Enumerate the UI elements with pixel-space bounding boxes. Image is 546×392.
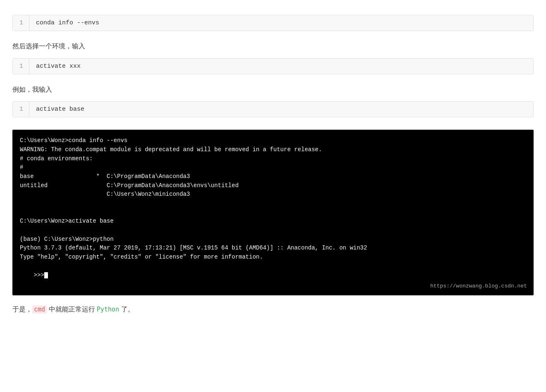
terminal-line-8 xyxy=(20,199,526,208)
prose-text-2: 例如，我输入 xyxy=(12,84,534,95)
terminal-line-12: (base) C:\Users\Wonz>python xyxy=(20,235,526,244)
python-highlight: Python xyxy=(97,306,119,313)
bottom-middle: 中就能正常运行 xyxy=(47,306,97,313)
code-text-1: conda info --envs xyxy=(29,15,533,31)
terminal-line-6: untitled C:\ProgramData\Anaconda3\envs\u… xyxy=(20,181,526,190)
code-block-3: 1 activate base xyxy=(12,101,534,117)
cmd-highlight: cmd xyxy=(32,305,47,314)
line-number-3: 1 xyxy=(13,102,29,117)
line-number-2: 1 xyxy=(13,59,29,74)
terminal-line-11 xyxy=(20,226,526,235)
terminal-line-7: C:\Users\Wonz\miniconda3 xyxy=(20,190,526,199)
code-text-2: activate xxx xyxy=(29,59,533,74)
terminal-line-13: Python 3.7.3 (default, Mar 27 2019, 17:1… xyxy=(20,244,526,253)
terminal-line-14: Type "help", "copyright", "credits" or "… xyxy=(20,253,526,262)
terminal-line-2: WARNING: The conda.compat module is depr… xyxy=(20,145,526,154)
code-block-2: 1 activate xxx xyxy=(12,58,534,74)
terminal-line-9 xyxy=(20,208,526,217)
terminal-block: C:\Users\Wonz>conda info --envs WARNING:… xyxy=(12,130,534,295)
terminal-watermark: https://wonzwang.blog.csdn.net xyxy=(430,282,527,290)
code-text-3: activate base xyxy=(29,102,533,117)
bottom-prefix: 于是， xyxy=(12,306,32,313)
terminal-line-1: C:\Users\Wonz>conda info --envs xyxy=(20,136,526,145)
bottom-text: 于是，cmd 中就能正常运行 Python 了。 xyxy=(12,304,534,316)
terminal-line-4: # xyxy=(20,163,526,172)
terminal-line-3: # conda environments: xyxy=(20,154,526,164)
line-number-1: 1 xyxy=(13,15,29,31)
terminal-line-10: C:\Users\Wonz>activate base xyxy=(20,217,526,226)
code-block-1: 1 conda info --envs xyxy=(12,15,534,31)
prose-text-1: 然后选择一个环境，输入 xyxy=(12,41,534,52)
terminal-line-5: base * C:\ProgramData\Anaconda3 xyxy=(20,172,526,181)
bottom-suffix: 了。 xyxy=(119,306,134,313)
terminal-cursor xyxy=(44,272,48,278)
